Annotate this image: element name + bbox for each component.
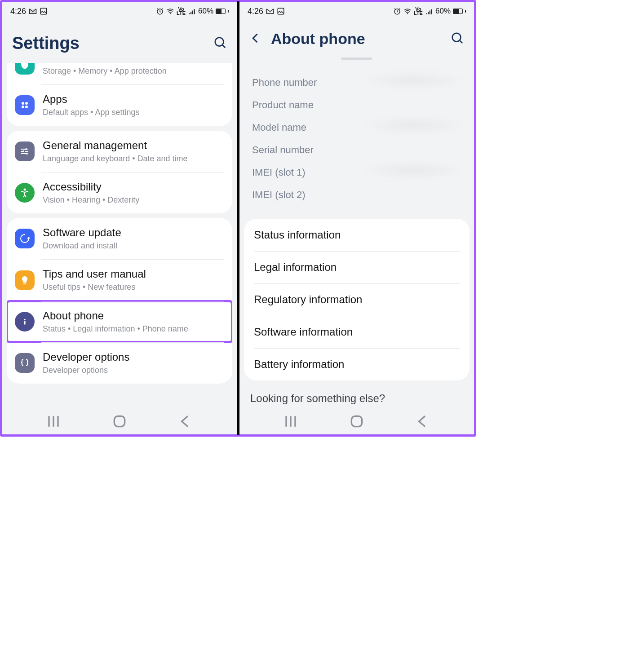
item-subtitle: Download and install: [43, 240, 224, 251]
list-item-battery-info[interactable]: Battery information: [244, 348, 470, 380]
signal-icon: [425, 7, 433, 15]
list-item-about-phone[interactable]: About phone Status • Legal information •…: [7, 301, 232, 342]
item-title: Accessibility: [43, 180, 224, 194]
item-subtitle: Developer options: [43, 365, 224, 376]
item-subtitle: Status • Legal information • Phone name: [43, 323, 224, 334]
list-item-software-info[interactable]: Software information: [244, 316, 470, 348]
bulb-icon: [15, 270, 35, 290]
shield-icon: [15, 63, 35, 75]
redacted-value: [367, 116, 461, 134]
status-time: 4:26: [248, 7, 263, 16]
settings-card: Software update Download and install Tip…: [7, 218, 232, 384]
wifi-icon: [166, 7, 174, 15]
list-item[interactable]: Tips and user manual Useful tips • New f…: [7, 259, 232, 301]
list-item-legal-info[interactable]: Legal information: [244, 251, 470, 283]
device-info-section: Phone number Product name Model name Ser…: [239, 67, 474, 219]
search-button[interactable]: [451, 31, 464, 47]
list-item[interactable]: Storage • Memory • App protection: [7, 63, 232, 84]
recents-button[interactable]: [44, 412, 62, 430]
search-button[interactable]: [213, 36, 227, 51]
footer-help-text[interactable]: Looking for something else?: [239, 380, 474, 405]
item-title: Developer options: [43, 350, 224, 364]
accessibility-icon: [15, 183, 35, 203]
picture-icon: [277, 7, 285, 15]
alarm-icon: [393, 7, 401, 15]
signal-icon: [188, 7, 196, 15]
gmail-icon: [29, 7, 37, 15]
battery-icon: [453, 9, 463, 14]
list-item[interactable]: Apps Default apps • App settings: [7, 84, 232, 126]
page-title: About phone: [271, 30, 442, 48]
svg-point-18: [407, 13, 408, 14]
home-button[interactable]: [348, 412, 366, 430]
battery-icon: [216, 9, 226, 14]
back-button[interactable]: [249, 32, 262, 46]
svg-rect-14: [24, 321, 25, 324]
redacted-value: [367, 71, 461, 89]
svg-point-9: [22, 150, 24, 152]
update-icon: [15, 229, 35, 248]
volte-icon: Vo LTE: [177, 7, 186, 15]
info-label: IMEI (slot 1): [252, 161, 306, 184]
picture-icon: [40, 7, 48, 15]
item-title: Tips and user manual: [43, 267, 224, 281]
list-item[interactable]: Developer options Developer options: [7, 342, 232, 384]
item-subtitle: Useful tips • New features: [43, 282, 224, 292]
svg-point-8: [25, 148, 27, 150]
nav-bar: [2, 408, 237, 434]
settings-list[interactable]: Storage • Memory • App protection Apps D…: [2, 63, 237, 408]
svg-rect-20: [351, 416, 362, 426]
info-label: Serial number: [252, 139, 314, 161]
svg-point-10: [26, 153, 28, 155]
status-bar: 4:26 Vo LTE 60%: [2, 2, 237, 20]
nav-bar: [239, 408, 474, 434]
svg-point-6: [22, 106, 24, 108]
item-title: About phone: [43, 309, 224, 323]
item-title: Software update: [43, 226, 224, 239]
svg-point-19: [452, 33, 461, 41]
svg-point-7: [25, 106, 28, 108]
info-links-card: Status information Legal information Reg…: [244, 219, 470, 380]
item-subtitle: Language and keyboard • Date and time: [43, 153, 224, 164]
info-label: IMEI (slot 2): [252, 184, 306, 206]
svg-point-5: [25, 102, 28, 105]
info-label: Product name: [252, 94, 314, 116]
back-button[interactable]: [414, 412, 432, 430]
svg-point-2: [170, 13, 171, 14]
svg-point-13: [24, 319, 26, 321]
svg-rect-15: [114, 416, 124, 426]
settings-card: General management Language and keyboard…: [7, 131, 232, 214]
status-time: 4:26: [10, 7, 26, 16]
list-item[interactable]: Accessibility Vision • Hearing • Dexteri…: [7, 172, 232, 213]
item-subtitle: Storage • Memory • App protection: [43, 66, 224, 76]
home-button[interactable]: [111, 412, 128, 430]
svg-rect-16: [278, 8, 284, 14]
about-header: About phone: [239, 20, 474, 57]
screenshots-pair: 4:26 Vo LTE 60% Settings: [0, 0, 476, 437]
drag-handle-icon[interactable]: [341, 57, 372, 60]
status-bar: 4:26 Vo LTE 60%: [239, 2, 474, 20]
list-item-status-info[interactable]: Status information: [244, 219, 470, 251]
alarm-icon: [156, 7, 164, 15]
list-item[interactable]: General management Language and keyboard…: [7, 131, 232, 172]
info-icon: [15, 312, 35, 332]
braces-icon: [15, 353, 35, 373]
back-button[interactable]: [177, 412, 195, 430]
list-item[interactable]: Software update Download and install: [7, 218, 232, 259]
about-content[interactable]: Phone number Product name Model name Ser…: [239, 57, 474, 408]
gmail-icon: [266, 7, 274, 15]
volte-icon: Vo LTE: [414, 7, 423, 15]
svg-point-3: [215, 37, 224, 46]
sliders-icon: [15, 141, 35, 161]
item-title: Apps: [43, 93, 224, 106]
apps-icon: [15, 95, 35, 115]
item-subtitle: Vision • Hearing • Dexterity: [43, 195, 224, 205]
list-item-regulatory-info[interactable]: Regulatory information: [244, 283, 470, 316]
battery-percent: 60%: [198, 7, 213, 16]
page-title: Settings: [12, 34, 213, 53]
wifi-icon: [403, 7, 412, 15]
item-title: General management: [43, 139, 224, 152]
recents-button[interactable]: [282, 412, 300, 430]
phone-left: 4:26 Vo LTE 60% Settings: [1, 1, 237, 435]
settings-card: Storage • Memory • App protection Apps D…: [7, 63, 232, 126]
